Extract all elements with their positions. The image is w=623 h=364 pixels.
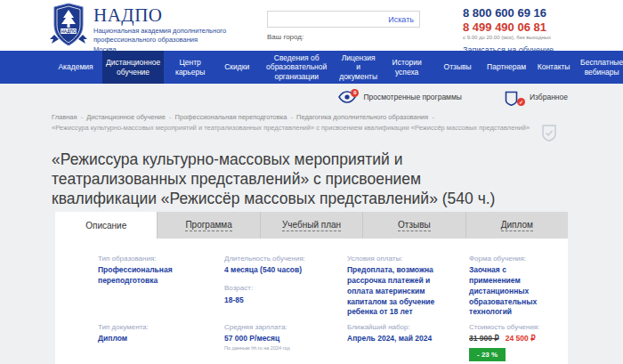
nav-item-reviews[interactable]: Отзывы (433, 51, 482, 84)
salary-value: 57 000 Р/месяц (224, 334, 335, 344)
price-old: 31 900 ₽ (469, 334, 499, 343)
tab-diploma[interactable]: Диплом (466, 212, 568, 239)
breadcrumb-separator: - (430, 113, 436, 121)
favorites-button[interactable]: ✓ Избранное (505, 91, 568, 104)
field-enrollment: Ближайший набор: Апрель 2024, май 2024 (347, 323, 469, 361)
phone-secondary: 8 499 490 06 81 (463, 20, 554, 35)
nav-item-partners[interactable]: Партнерам (482, 51, 530, 84)
age-value: 18-85 (224, 295, 335, 306)
duration-value: 4 месяца (540 часов) (224, 265, 335, 276)
salary-label: Средняя зарплата: (224, 323, 335, 332)
shield-check-icon[interactable] (541, 124, 557, 146)
breadcrumb-current: «Режиссура культурно-массовых мероприяти… (52, 123, 595, 133)
field-document-type: Тип документа: Диплом (98, 323, 224, 361)
tab-description[interactable]: Описание (55, 212, 158, 239)
bookmark-shield-icon: ✓ (505, 91, 522, 104)
page-title: «Режиссура культурно-массовых мероприяти… (52, 150, 516, 209)
price-new: 24 500 ₽ (506, 334, 536, 343)
duration-label: Длительность обучения: (224, 255, 335, 263)
study-form-value: Заочная с применением дистанционных обра… (469, 265, 546, 318)
tab-program[interactable]: Программа (158, 212, 260, 239)
breadcrumb-separator: - (288, 113, 295, 121)
phone-hours: с 9.00 до 20.00 (мск), без выходных (463, 35, 554, 40)
tab-reviews-label: Отзывы (398, 220, 431, 231)
svg-text:НАДПО: НАДПО (61, 29, 77, 34)
viewed-count-badge: 0 (351, 89, 359, 97)
nav-item-success-stories[interactable]: Истории успеха (381, 51, 433, 84)
breadcrumb-home[interactable]: Главная (52, 113, 77, 121)
tab-description-label: Описание (85, 221, 126, 231)
tab-curriculum[interactable]: Учебный план (261, 212, 363, 239)
tab-program-label: Программа (185, 220, 231, 231)
page: НАДПО НАДПО Национальная академия дополн… (0, 0, 623, 364)
nav-item-career-center[interactable]: Центр карьеры (164, 51, 216, 84)
contacts: 8 800 600 69 16 8 499 490 06 81 с 9.00 д… (463, 6, 554, 56)
education-type-label: Тип образования: (98, 255, 212, 263)
breadcrumb-distance-learning[interactable]: Дистанционное обучение (86, 113, 166, 121)
details-grid: Тип образования: Профессиональная перепо… (98, 255, 559, 361)
phone-primary: 8 800 600 69 16 (463, 6, 554, 20)
field-payment: Условия оплаты: Предоплата, возможна рас… (347, 255, 469, 323)
brand-text: НАДПО Национальная академия дополнительн… (93, 3, 238, 53)
nav-item-contacts[interactable]: Контакты (530, 51, 577, 84)
breadcrumb-pedagogy[interactable]: Педагогика дополнительного образования (296, 113, 428, 121)
age-label: Возраст: (224, 284, 335, 293)
breadcrumb: Главная - Дистанционное обучение - Профе… (52, 112, 595, 133)
search-button[interactable]: Искать (388, 15, 419, 24)
payment-value: Предоплата, возможна рассрочка платежей … (347, 265, 457, 318)
viewed-programs-button[interactable]: 0 Просмотренные программы (338, 91, 462, 104)
field-duration-age: Длительность обучения: 4 месяца (540 час… (224, 255, 347, 323)
program-details-card: Тип образования: Профессиональная перепо… (55, 239, 568, 364)
nav-item-free-webinars[interactable]: Бесплатные вебинары (577, 51, 623, 84)
enrollment-label: Ближайший набор: (347, 323, 457, 332)
your-city-label[interactable]: Ваш город: (267, 33, 420, 41)
nav-item-license-docs[interactable]: Лицензия и документы (336, 51, 381, 84)
field-price: Стоимость обучения: 31 900 ₽ 24 500 ₽ - … (469, 323, 559, 361)
salary-note: По данным hh.ru на 2024 год (224, 345, 335, 351)
viewed-programs-label: Просмотренные программы (363, 93, 462, 101)
search-input[interactable] (268, 15, 388, 24)
search-area: Искать Ваш город: (267, 11, 420, 41)
nav-item-discounts[interactable]: Скидки (216, 51, 257, 84)
brand-home-link[interactable]: НАДПО НАДПО Национальная академия дополн… (50, 3, 238, 53)
breadcrumb-separator: - (167, 113, 174, 121)
education-type-value: Профессиональная переподготовка (98, 265, 212, 286)
study-form-label: Форма обучения: (469, 255, 546, 263)
tab-curriculum-label: Учебный план (282, 220, 341, 231)
brand-name: НАДПО (93, 6, 238, 25)
search-box: Искать (267, 11, 420, 28)
enrollment-value: Апрель 2024, май 2024 (347, 334, 457, 344)
nav-item-org-info[interactable]: Сведения об образовательной организации (257, 51, 336, 84)
discount-badge: - 23 % (469, 348, 506, 361)
payment-label: Условия оплаты: (347, 255, 457, 263)
brand-subtitle: Национальная академия дополнительного пр… (93, 27, 238, 44)
favorites-badge: ✓ (517, 98, 525, 106)
tab-diploma-label: Диплом (501, 220, 533, 231)
field-education-type: Тип образования: Профессиональная перепо… (98, 255, 224, 323)
tab-reviews[interactable]: Отзывы (363, 212, 465, 239)
eye-icon: 0 (338, 91, 356, 104)
nav-item-distance-learning[interactable]: Дистанционное обучение (102, 51, 164, 84)
header: НАДПО НАДПО Национальная академия дополн… (0, 0, 623, 51)
document-type-value: Диплом (98, 334, 212, 344)
main-nav: Академия Дистанционное обучение Центр ка… (0, 51, 623, 84)
nav-item-academy[interactable]: Академия (49, 51, 102, 84)
document-type-label: Тип документа: (98, 323, 212, 332)
favorites-label: Избранное (530, 93, 568, 101)
subbar: 0 Просмотренные программы ✓ Избранное (0, 84, 623, 110)
tabs: Описание Программа Учебный план Отзывы Д… (55, 212, 568, 239)
field-salary: Средняя зарплата: 57 000 Р/месяц По данн… (224, 323, 347, 361)
breadcrumb-retraining[interactable]: Профессиональная переподготовка (175, 113, 287, 121)
breadcrumb-links: Главная - Дистанционное обучение - Профе… (52, 112, 595, 123)
field-study-form: Форма обучения: Заочная с применением ди… (469, 255, 559, 323)
crest-icon: НАДПО (50, 3, 87, 53)
price-label: Стоимость обучения: (469, 323, 546, 332)
breadcrumb-separator: - (79, 113, 85, 121)
